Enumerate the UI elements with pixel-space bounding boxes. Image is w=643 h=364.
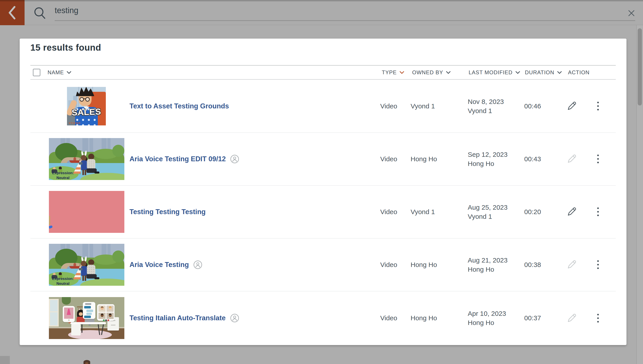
pencil-icon: [566, 206, 578, 217]
select-all-checkbox[interactable]: [33, 69, 41, 76]
thumb-sales-text: SALES: [67, 106, 106, 118]
modified-by: Vyond 1: [468, 106, 504, 115]
pencil-icon: [566, 312, 578, 324]
more-options-button[interactable]: [592, 311, 603, 325]
table-row[interactable]: Testing Italian Auto-Translate Video Hon…: [20, 291, 626, 345]
cell-last-modified: Aug 21, 2023 Hong Ho: [468, 256, 508, 274]
cell-owned-by: Hong Ho: [411, 314, 437, 322]
cell-owned-by: Vyond 1: [411, 102, 435, 110]
close-icon: [627, 9, 636, 18]
thumb-caption: Expression: Neutral: [51, 170, 75, 180]
scrollbar-thumb[interactable]: [638, 28, 642, 106]
edit-button-disabled[interactable]: [565, 152, 579, 166]
modified-by: Hong Ho: [468, 318, 506, 327]
shared-person-icon: [230, 314, 239, 322]
chevron-down-icon: [557, 71, 562, 74]
cell-type: Video: [380, 314, 397, 322]
table-row[interactable]: Expression: Neutral Aria Voice Testing V…: [20, 238, 626, 291]
search-results-panel: 15 results found NAME TYPE OWNED BY LAST…: [20, 38, 626, 345]
cell-duration: 00:46: [524, 102, 541, 110]
chevron-down-icon: [446, 71, 451, 74]
close-search-button[interactable]: [625, 7, 638, 20]
vyond-watermark: VYOND: [69, 122, 81, 124]
cell-last-modified: Apr 10, 2023 Hong Ho: [468, 309, 506, 327]
modified-date: Aug 21, 2023: [468, 256, 508, 265]
edit-button-disabled[interactable]: [565, 311, 579, 325]
column-header-action: ACTION: [568, 69, 590, 76]
edit-button-disabled[interactable]: [565, 258, 579, 272]
backdrop-corner: [0, 356, 10, 364]
cell-last-modified: Sep 12, 2023 Hong Ho: [468, 150, 508, 168]
more-options-button[interactable]: [592, 258, 603, 272]
column-header-owned-by[interactable]: OWNED BY: [412, 69, 451, 76]
chevron-down-icon-active-sort: [399, 71, 404, 74]
cell-owned-by: Vyond 1: [411, 208, 435, 216]
thumb-caption: Expression: Neutral: [51, 276, 75, 286]
shared-person-icon: [230, 154, 239, 164]
pencil-icon: [566, 153, 578, 164]
cell-type: Video: [380, 102, 397, 110]
edit-button[interactable]: [565, 205, 579, 218]
table-row[interactable]: Testing Testing Testing Video Vyond 1 Au…: [20, 185, 626, 238]
video-thumbnail[interactable]: [49, 297, 124, 339]
more-options-button[interactable]: [592, 100, 603, 113]
column-header-type[interactable]: TYPE: [382, 69, 404, 76]
scrollbar-track[interactable]: [636, 25, 643, 364]
modified-date: Nov 8, 2023: [468, 97, 504, 106]
cell-duration: 00:38: [524, 261, 541, 268]
video-thumbnail[interactable]: Expression: Neutral: [49, 244, 124, 286]
video-thumbnail[interactable]: SALES VYOND: [67, 87, 106, 125]
search-underline: [55, 20, 635, 21]
chevron-down-icon: [515, 71, 520, 74]
pencil-icon: [566, 258, 578, 270]
chevron-left-icon: [7, 5, 17, 20]
cell-owned-by: Hong Ho: [411, 261, 437, 268]
search-icon: [33, 6, 47, 20]
top-shadow-strip: [0, 0, 643, 1]
cell-type: Video: [380, 261, 397, 268]
modified-by: Hong Ho: [468, 159, 508, 168]
cell-type: Video: [380, 155, 397, 163]
results-count-heading: 15 results found: [30, 42, 101, 53]
cell-duration: 00:20: [524, 208, 541, 216]
cell-last-modified: Aug 25, 2023 Vyond 1: [468, 203, 508, 221]
thumb-pink-scene: [49, 191, 124, 233]
shared-person-icon: [193, 260, 202, 269]
table-row[interactable]: SALES VYOND Text to Asset Testing Ground…: [20, 80, 626, 132]
search-input[interactable]: [55, 4, 635, 17]
video-title-link[interactable]: Text to Asset Testing Grounds: [130, 102, 229, 110]
back-button[interactable]: [0, 0, 25, 25]
modified-by: Vyond 1: [468, 212, 508, 221]
modified-date: Sep 12, 2023: [468, 150, 508, 159]
column-header-duration[interactable]: DURATION: [525, 69, 562, 76]
modified-date: Apr 10, 2023: [468, 309, 506, 318]
column-header-last-modified[interactable]: LAST MODIFIED: [469, 69, 520, 76]
modified-date: Aug 25, 2023: [468, 203, 508, 212]
cell-type: Video: [380, 208, 397, 216]
table-header-row: NAME TYPE OWNED BY LAST MODIFIED DURATIO…: [30, 65, 616, 80]
modified-by: Hong Ho: [468, 265, 508, 274]
video-title-link[interactable]: Aria Voice Testing EDIT 09/12: [130, 155, 226, 163]
video-thumbnail[interactable]: [49, 191, 124, 233]
more-options-button[interactable]: [592, 152, 603, 166]
video-thumbnail[interactable]: Expression: Neutral: [49, 138, 124, 180]
cell-owned-by: Hong Ho: [411, 155, 437, 163]
video-title-link[interactable]: Testing Italian Auto-Translate: [130, 314, 226, 322]
edit-button[interactable]: [565, 100, 579, 113]
table-row[interactable]: Expression: Neutral Aria Voice Testing E…: [20, 132, 626, 185]
cell-duration: 00:37: [524, 314, 541, 322]
video-title-link[interactable]: Testing Testing Testing: [130, 208, 206, 216]
cell-last-modified: Nov 8, 2023 Vyond 1: [468, 97, 504, 115]
column-header-name[interactable]: NAME: [48, 69, 72, 76]
search-bar: [0, 0, 643, 25]
background-character-face: [85, 362, 88, 364]
cell-duration: 00:43: [524, 155, 541, 163]
pencil-icon: [566, 100, 578, 112]
chevron-down-icon: [67, 71, 72, 74]
more-options-button[interactable]: [592, 205, 603, 218]
video-title-link[interactable]: Aria Voice Testing: [130, 261, 189, 269]
